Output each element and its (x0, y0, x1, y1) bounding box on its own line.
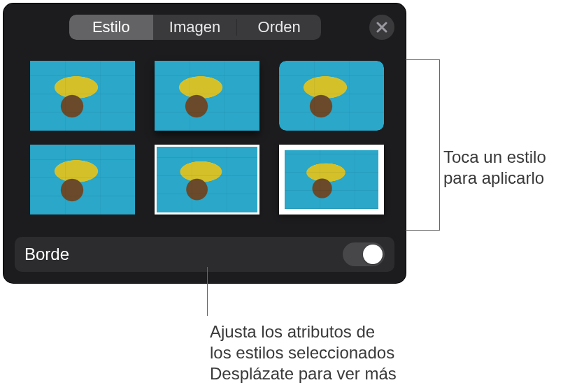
styles-grid (30, 61, 379, 215)
close-icon (376, 22, 387, 33)
photo-thumbnail (157, 147, 257, 212)
style-thumb-rounded[interactable] (279, 61, 384, 131)
style-thumb-shadow[interactable] (155, 61, 259, 131)
photo-thumbnail (285, 150, 378, 209)
tab-imagen[interactable]: Imagen (153, 15, 237, 40)
format-tabs: Estilo Imagen Orden (69, 15, 321, 40)
callout-text-bottom: Ajusta los atributos de los estilos sele… (210, 321, 441, 384)
toggle-knob (363, 245, 383, 264)
tab-orden[interactable]: Orden (237, 15, 321, 40)
photo-thumbnail (279, 61, 384, 131)
callout-bracket-right (406, 59, 439, 231)
border-toggle[interactable] (343, 242, 385, 266)
callout-text-right-content: Toca un estilo para aplicarlo (443, 147, 546, 187)
style-thumb-thick-border[interactable] (279, 145, 384, 215)
callout-bottom-line3: Desplázate para ver más (210, 363, 441, 384)
border-label: Borde (24, 245, 69, 264)
photo-thumbnail (30, 61, 135, 131)
style-thumb-plain[interactable] (30, 145, 135, 215)
style-thumb-thin-border[interactable] (155, 145, 259, 215)
callout-bottom-line1: Ajusta los atributos de (210, 321, 441, 342)
close-button[interactable] (369, 15, 394, 40)
format-panel: Estilo Imagen Orden (3, 3, 406, 283)
style-thumb-none[interactable] (30, 61, 135, 131)
tab-estilo[interactable]: Estilo (69, 15, 153, 40)
photo-thumbnail (155, 61, 259, 131)
border-row: Borde (15, 237, 394, 272)
photo-thumbnail (30, 145, 135, 215)
callout-bottom-line2: los estilos seleccionados (210, 342, 441, 363)
callout-text-right: Toca un estilo para aplicarlo (443, 147, 574, 189)
